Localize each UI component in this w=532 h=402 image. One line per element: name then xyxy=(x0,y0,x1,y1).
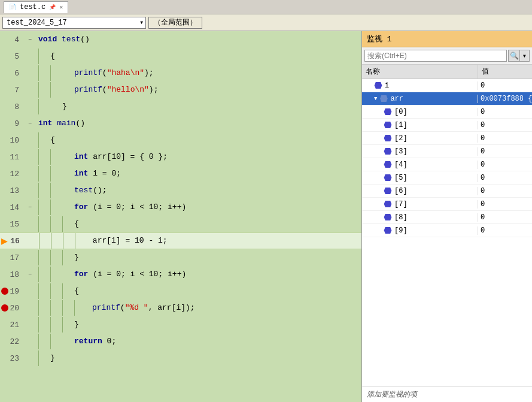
watch-var-label-arr-1: [1] xyxy=(394,121,408,129)
line-num-23: 23 xyxy=(0,354,24,363)
gutter-9[interactable]: − xyxy=(24,120,36,127)
collapse-icon-14[interactable]: − xyxy=(28,204,32,211)
code-line-13: 13 test(); xyxy=(0,182,361,199)
file-icon: 📄 xyxy=(9,4,16,11)
collapse-icon-4[interactable]: − xyxy=(28,37,32,43)
watch-row-value-arr-1: 0 xyxy=(478,121,532,129)
watch-row-value-arr-5: 0 xyxy=(478,174,532,182)
code-content-22: return 0; xyxy=(36,333,361,350)
code-content-23: } xyxy=(36,350,361,367)
line-num-13: 13 xyxy=(0,186,24,195)
watch-var-icon-arr-2 xyxy=(384,134,392,143)
code-content-16: arr[i] = 10 - i; xyxy=(37,232,361,249)
watch-row-arr-0[interactable]: [0] 0 xyxy=(362,105,532,119)
main-content: 4 − void test() 5 { 6 printf("haha\n"); … xyxy=(0,31,532,402)
code-content-11: int arr[10] = { 0 }; xyxy=(36,149,361,165)
watch-var-label-arr-2: [2] xyxy=(394,134,408,143)
watch-var-icon-arr-9 xyxy=(384,226,392,235)
code-content-21: } xyxy=(36,316,361,333)
watch-row-name-arr: ▼ arr xyxy=(362,95,478,103)
code-content-20: printf("%d ", arr[i]); xyxy=(36,300,361,316)
code-line-18: 18 − for (i = 0; i < 10; i++) xyxy=(0,266,361,283)
watch-var-label-arr-0: [0] xyxy=(394,108,408,116)
gutter-18[interactable]: − xyxy=(24,271,36,278)
watch-var-label-arr-8: [8] xyxy=(394,213,408,222)
watch-row-arr-5[interactable]: [5] 0 xyxy=(362,171,532,185)
watch-row-arr-6[interactable]: [6] 0 xyxy=(362,185,532,198)
line-num-14: 14 xyxy=(0,203,24,212)
watch-search-bar: 🔍 ▼ xyxy=(362,47,532,65)
watch-add-hint[interactable]: 添加要监视的项 xyxy=(362,386,532,402)
code-line-7: 7 printf("hello\n"); xyxy=(0,81,361,98)
collapse-icon-9[interactable]: − xyxy=(28,120,32,127)
watch-row-value-arr-9: 0 xyxy=(478,226,532,235)
watch-search-dropdown[interactable]: ▼ xyxy=(520,50,530,62)
collapse-icon-18[interactable]: − xyxy=(28,271,32,278)
line-num-7: 7 xyxy=(0,86,24,95)
expand-tri-arr[interactable]: ▼ xyxy=(374,96,377,102)
code-line-8: 8 } xyxy=(0,98,361,115)
gutter-14[interactable]: − xyxy=(24,204,36,211)
watch-header-name: 名称 xyxy=(362,65,478,78)
code-line-10: 10 { xyxy=(0,132,361,149)
watch-row-value-arr-8: 0 xyxy=(478,213,532,222)
watch-row-arr-8[interactable]: [8] 0 xyxy=(362,211,532,224)
breakpoint-19 xyxy=(1,288,8,295)
watch-row-value-arr-4: 0 xyxy=(478,161,532,169)
watch-var-icon-arr-7 xyxy=(384,200,392,208)
watch-row-i[interactable]: i 0 xyxy=(362,79,532,92)
pin-icon[interactable]: 📌 xyxy=(49,4,56,11)
watch-var-icon-arr xyxy=(379,95,388,103)
watch-row-arr-4[interactable]: [4] 0 xyxy=(362,158,532,171)
code-line-23: 23 } xyxy=(0,350,361,367)
watch-row-arr-9[interactable]: [9] 0 xyxy=(362,224,532,237)
code-editor: 4 − void test() 5 { 6 printf("haha\n"); … xyxy=(0,31,361,402)
watch-var-icon-arr-8 xyxy=(384,213,392,222)
file-path-dropdown[interactable]: test_2024_5_17 ▼ xyxy=(2,17,146,29)
watch-var-label-arr-4: [4] xyxy=(394,161,408,169)
watch-row-name-arr-9: [9] xyxy=(362,226,478,235)
code-content-13: test(); xyxy=(36,182,361,199)
code-line-5: 5 { xyxy=(0,48,361,65)
close-tab-icon[interactable]: ✕ xyxy=(59,4,63,11)
line-num-12: 12 xyxy=(0,170,24,179)
watch-panel: 监视 1 🔍 ▼ 名称 值 i 0 ▼ xyxy=(361,31,532,402)
watch-row-value-arr-0: 0 xyxy=(478,108,532,116)
watch-row-arr-2[interactable]: [2] 0 xyxy=(362,132,532,145)
watch-row-value-i: 0 xyxy=(478,81,532,90)
title-bar: 📄 test.c 📌 ✕ xyxy=(0,0,532,14)
watch-row-name-arr-8: [8] xyxy=(362,213,478,222)
tab-filename: test.c xyxy=(20,3,45,11)
line-num-4: 4 xyxy=(0,35,24,44)
watch-var-icon-arr-3 xyxy=(384,147,392,156)
line-num-8: 8 xyxy=(0,102,24,111)
file-path-label: test_2024_5_17 xyxy=(7,19,67,27)
watch-row-arr-3[interactable]: [3] 0 xyxy=(362,145,532,158)
code-content-10: { xyxy=(36,132,361,149)
watch-row-value-arr-2: 0 xyxy=(478,134,532,143)
gutter-4[interactable]: − xyxy=(24,37,36,43)
watch-row-value-arr: 0x0073f888 {0, 0, xyxy=(478,95,532,103)
line-num-15: 15 xyxy=(0,220,24,229)
watch-row-value-arr-7: 0 xyxy=(478,200,532,208)
watch-row-name-arr-4: [4] xyxy=(362,161,478,169)
code-content-14: for (i = 0; i < 10; i++) xyxy=(36,199,361,216)
code-content-18: for (i = 0; i < 10; i++) xyxy=(36,266,361,283)
watch-row-name-arr-1: [1] xyxy=(362,121,478,129)
watch-row-value-arr-6: 0 xyxy=(478,187,532,195)
debug-arrow: ▶ xyxy=(1,234,8,247)
toolbar: test_2024_5_17 ▼ （全局范围） xyxy=(0,14,532,31)
watch-row-arr-7[interactable]: [7] 0 xyxy=(362,198,532,211)
watch-row-arr[interactable]: ▼ arr 0x0073f888 {0, 0, xyxy=(362,92,532,105)
watch-row-arr-1[interactable]: [1] 0 xyxy=(362,119,532,132)
editor-tab[interactable]: 📄 test.c 📌 ✕ xyxy=(4,1,68,13)
code-line-11: 11 int arr[10] = { 0 }; xyxy=(0,149,361,165)
code-line-15: 15 { xyxy=(0,216,361,232)
watch-header-value: 值 xyxy=(478,65,532,78)
code-content-15: { xyxy=(36,216,361,232)
watch-search-button[interactable]: 🔍 xyxy=(508,50,520,62)
line-num-11: 11 xyxy=(0,153,24,162)
watch-var-icon-arr-1 xyxy=(384,121,392,129)
watch-var-label-arr-3: [3] xyxy=(394,147,408,156)
watch-search-input[interactable] xyxy=(364,50,507,62)
